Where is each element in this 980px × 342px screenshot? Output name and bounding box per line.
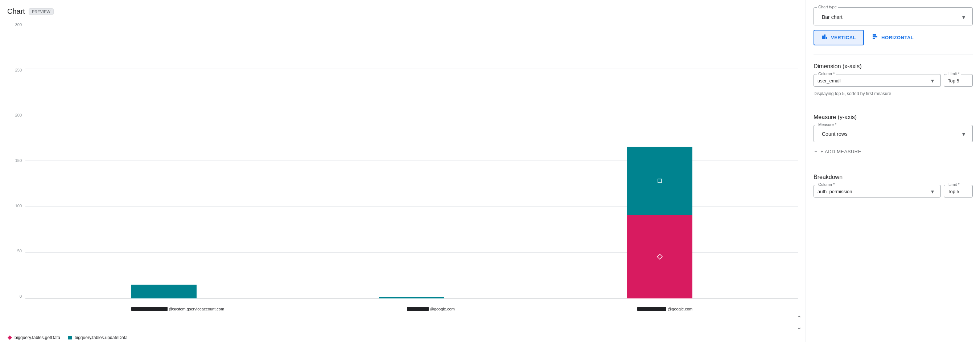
chart-type-select[interactable]: Bar chart Line chart Pie chart Scatter c… bbox=[818, 12, 968, 22]
horizontal-label: HORIZONTAL bbox=[881, 35, 914, 40]
dimension-column-field: Column * user_email ▾ bbox=[813, 74, 941, 87]
dimension-column-select[interactable]: user_email bbox=[818, 77, 937, 84]
y-axis-label-150: 150 bbox=[15, 159, 22, 163]
dimension-limit-value[interactable]: Top 5 bbox=[948, 77, 969, 84]
measure-fieldset: Measure * Count rows ▾ bbox=[813, 125, 973, 142]
horizontal-orientation-button[interactable]: HORIZONTAL bbox=[864, 30, 922, 45]
measure-select[interactable]: Count rows bbox=[818, 129, 968, 139]
orientation-buttons: VERTICAL HORIZONTAL bbox=[813, 30, 973, 45]
dimension-column-select-wrapper[interactable]: user_email ▾ bbox=[818, 77, 937, 84]
chart-type-label: Chart type bbox=[817, 5, 838, 9]
breakdown-limit-label: Limit * bbox=[947, 182, 961, 187]
svg-rect-5 bbox=[873, 34, 876, 35]
chart-container: 0 50 100 150 200 250 300 bbox=[7, 23, 798, 313]
dimension-fieldset-row: Column * user_email ▾ Limit * Top 5 bbox=[813, 74, 973, 87]
breakdown-title: Breakdown bbox=[813, 174, 973, 181]
chart-legend: bigquery.tables.getData bigquery.tables.… bbox=[7, 335, 128, 340]
legend-square-icon bbox=[67, 335, 73, 340]
svg-rect-3 bbox=[824, 35, 826, 39]
vertical-label: VERTICAL bbox=[831, 35, 856, 40]
breakdown-section: Breakdown Column * auth_permission ▾ Lim… bbox=[813, 174, 973, 198]
svg-rect-7 bbox=[873, 38, 875, 39]
legend-label-2: bigquery.tables.updateData bbox=[75, 335, 128, 340]
x-label-1: @system.gserviceaccount.com bbox=[131, 307, 224, 311]
square-icon bbox=[657, 178, 662, 183]
divider-3 bbox=[813, 165, 973, 165]
x-axis-area: @system.gserviceaccount.com @google.com … bbox=[25, 299, 798, 313]
chart-type-select-wrapper[interactable]: Bar chart Line chart Pie chart Scatter c… bbox=[818, 12, 968, 22]
chart-area: Chart PREVIEW 0 50 100 150 200 250 300 bbox=[0, 0, 805, 342]
bar-stack-3 bbox=[627, 147, 692, 299]
dimension-section: Dimension (x-axis) Column * user_email ▾… bbox=[813, 63, 973, 96]
add-measure-label: + ADD MEASURE bbox=[821, 149, 861, 154]
bar-group-1 bbox=[131, 284, 197, 299]
bars-area bbox=[25, 23, 798, 299]
breakdown-column-select-wrapper[interactable]: auth_permission ▾ bbox=[818, 188, 937, 195]
legend-item-1: bigquery.tables.getData bbox=[7, 335, 60, 340]
measure-select-wrapper[interactable]: Count rows ▾ bbox=[818, 129, 968, 139]
divider-1 bbox=[813, 54, 973, 54]
y-axis-label-300: 300 bbox=[15, 23, 22, 27]
y-axis: 0 50 100 150 200 250 300 bbox=[7, 23, 25, 313]
x-label-3-redacted bbox=[637, 307, 666, 311]
x-label-2-suffix: @google.com bbox=[430, 307, 455, 311]
legend-diamond-icon bbox=[7, 335, 12, 340]
bar-stack-1 bbox=[131, 284, 197, 299]
chart-inner: @system.gserviceaccount.com @google.com … bbox=[25, 23, 798, 313]
svg-rect-1 bbox=[68, 336, 72, 339]
bar-segment-3-pink bbox=[627, 215, 692, 299]
bar-group-3 bbox=[627, 147, 692, 299]
y-axis-label-200: 200 bbox=[15, 113, 22, 117]
diamond-icon bbox=[657, 253, 663, 260]
chart-header: Chart PREVIEW bbox=[7, 7, 798, 16]
y-axis-label-0: 0 bbox=[19, 294, 22, 299]
svg-rect-2 bbox=[822, 35, 824, 39]
dimension-title: Dimension (x-axis) bbox=[813, 63, 973, 70]
dimension-column-label: Column * bbox=[817, 72, 836, 76]
y-axis-label-250: 250 bbox=[15, 68, 22, 72]
add-measure-plus-icon: ＋ bbox=[813, 148, 819, 155]
bar-segment-1-teal bbox=[131, 284, 197, 299]
svg-rect-4 bbox=[826, 37, 827, 39]
svg-rect-0 bbox=[658, 179, 662, 183]
dimension-limit-label: Limit * bbox=[947, 72, 961, 76]
right-panel: Chart type Bar chart Line chart Pie char… bbox=[806, 0, 980, 342]
chart-title: Chart bbox=[7, 7, 25, 16]
bar-segment-3-teal bbox=[627, 147, 692, 215]
breakdown-column-select[interactable]: auth_permission bbox=[818, 188, 937, 195]
breakdown-column-field: Column * auth_permission ▾ bbox=[813, 185, 941, 198]
svg-rect-6 bbox=[873, 36, 877, 37]
scroll-down-icon[interactable]: ⌄ bbox=[797, 323, 802, 331]
x-label-2: @google.com bbox=[407, 307, 455, 311]
x-label-3: @google.com bbox=[637, 307, 692, 311]
chart-type-fieldset: Chart type Bar chart Line chart Pie char… bbox=[813, 7, 973, 26]
add-measure-button[interactable]: ＋ + ADD MEASURE bbox=[813, 147, 973, 156]
chart-type-section: Chart type Bar chart Line chart Pie char… bbox=[813, 7, 973, 45]
horizontal-chart-icon bbox=[872, 34, 878, 42]
y-axis-label-50: 50 bbox=[18, 249, 22, 253]
vertical-orientation-button[interactable]: VERTICAL bbox=[813, 30, 864, 45]
x-label-1-suffix: @system.gserviceaccount.com bbox=[169, 307, 224, 311]
legend-item-2: bigquery.tables.updateData bbox=[67, 335, 128, 340]
x-label-1-redacted bbox=[131, 307, 167, 311]
legend-label-1: bigquery.tables.getData bbox=[14, 335, 60, 340]
x-label-3-suffix: @google.com bbox=[668, 307, 692, 311]
scroll-arrows[interactable]: ⌃ ⌄ bbox=[797, 315, 802, 331]
breakdown-limit-value[interactable]: Top 5 bbox=[948, 188, 969, 195]
dimension-info-text: Displaying top 5, sorted by first measur… bbox=[813, 91, 973, 96]
x-label-2-redacted bbox=[407, 307, 429, 311]
breakdown-fieldset-row: Column * auth_permission ▾ Limit * Top 5 bbox=[813, 185, 973, 198]
measure-section: Measure (y-axis) Measure * Count rows ▾ … bbox=[813, 114, 973, 156]
dimension-limit-field: Limit * Top 5 bbox=[944, 74, 973, 87]
y-axis-label-100: 100 bbox=[15, 204, 22, 208]
preview-badge: PREVIEW bbox=[29, 8, 54, 15]
vertical-chart-icon bbox=[821, 34, 828, 42]
measure-title: Measure (y-axis) bbox=[813, 114, 973, 120]
measure-field-label: Measure * bbox=[817, 122, 838, 127]
breakdown-column-label: Column * bbox=[817, 182, 836, 187]
scroll-up-icon[interactable]: ⌃ bbox=[797, 315, 802, 323]
breakdown-limit-field: Limit * Top 5 bbox=[944, 185, 973, 198]
